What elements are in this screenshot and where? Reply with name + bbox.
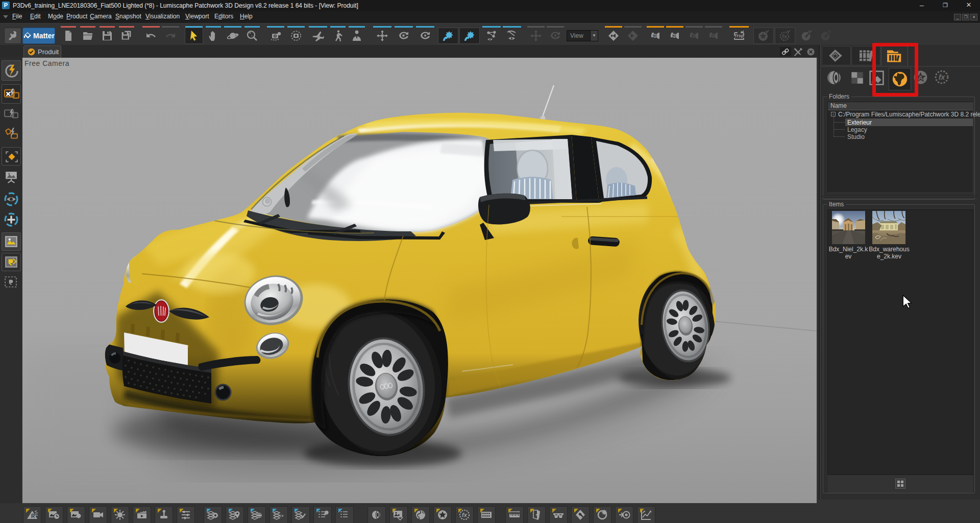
svg-text:2: 2 (673, 33, 676, 38)
svg-text:-: - (251, 33, 253, 38)
svg-text:R: R (31, 513, 35, 519)
svg-text:Trsp: Trsp (734, 33, 744, 38)
svg-text:fx: fx (939, 74, 946, 81)
svg-text:3: 3 (693, 33, 695, 38)
svg-text:A: A (918, 74, 923, 82)
svg-text:4: 4 (712, 33, 715, 38)
svg-text:1: 1 (654, 33, 656, 38)
svg-text:fx: fx (782, 33, 788, 39)
svg-text:fx: fx (462, 512, 468, 518)
